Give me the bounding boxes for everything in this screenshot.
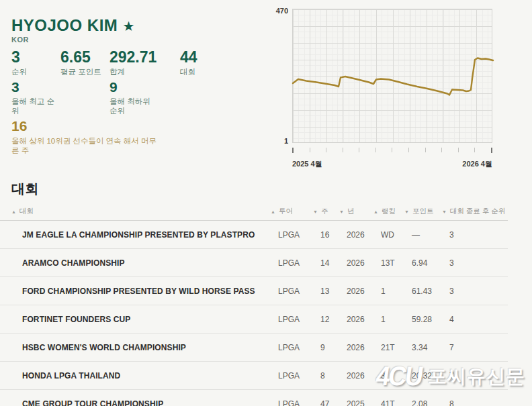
stat-label: 올해 최고 순위 xyxy=(11,97,60,115)
cell-points: 6.94 xyxy=(404,258,442,268)
x-axis-tick xyxy=(392,148,392,152)
cell-rank: 13T xyxy=(373,258,404,268)
cell-year: 2026 xyxy=(339,343,373,352)
sort-desc-icon: ▼ xyxy=(339,209,344,214)
cell-rank: 3 xyxy=(373,371,404,380)
table-row: CME GROUP TOUR CHAMPIONSHIPLPGA47202541T… xyxy=(0,390,508,406)
cell-rank-after-event: 3 xyxy=(442,287,508,296)
stat-value: 3 xyxy=(11,80,109,95)
x-axis-tick xyxy=(359,148,359,152)
cell-year: 2026 xyxy=(339,315,373,324)
summary-stat-3: 44대회 xyxy=(180,49,197,77)
column-header-label: 투어 xyxy=(279,207,293,216)
year-stats-row: 3올해 최고 순위9올해 최하위 순위 xyxy=(11,80,158,115)
stat-label: 평균 포인트 xyxy=(60,67,109,77)
tournaments-heading: 대회 xyxy=(11,180,508,198)
stat-value: 44 xyxy=(180,49,197,65)
player-ranking-page: HYOJOO KIM ★ KOR 3순위6.65평균 포인트292.71합계44… xyxy=(0,0,532,406)
streak-value: 16 xyxy=(11,119,158,134)
x-axis-tick xyxy=(491,148,492,153)
cell-week: 47 xyxy=(313,399,339,406)
stat-label: 대회 xyxy=(180,67,197,77)
cell-points: 20.32 xyxy=(404,371,442,380)
column-header-label: 대회 종료 후 순위 xyxy=(450,207,505,216)
tournaments-table: ▲대회▲투어▼주▼년▲랭킹▼포인트▼대회 종료 후 순위 JM EAGLE LA… xyxy=(0,203,508,406)
sort-asc-icon: ▲ xyxy=(11,209,16,214)
cell-tour: LPGA xyxy=(271,315,313,324)
x-axis-tick xyxy=(408,148,409,152)
cell-points: 2.08 xyxy=(404,399,442,406)
x-axis-tick xyxy=(425,148,426,152)
cell-week: 13 xyxy=(313,287,339,296)
x-axis-end-label: 2026 4월 xyxy=(462,159,492,169)
table-row: ARAMCO CHAMPIONSHIPLPGA14202613T6.943 xyxy=(0,249,508,277)
star-icon: ★ xyxy=(123,19,135,34)
column-header-3[interactable]: ▼년 xyxy=(339,207,373,216)
stat-label: 순위 xyxy=(11,67,60,77)
cell-rank-after-event: 7 xyxy=(442,343,508,352)
column-header-0[interactable]: ▲대회 xyxy=(0,207,271,216)
stat-value: 6.65 xyxy=(60,49,109,65)
stat-label: 올해 최하위 순위 xyxy=(109,97,158,115)
cell-rank: 21T xyxy=(373,343,404,352)
cell-week: 9 xyxy=(313,343,339,352)
table-row: FORTINET FOUNDERS CUPLPGA122026159.284 xyxy=(0,305,508,334)
streak-stat: 16 올해 상위 10위권 선수들이 연속 해서 머무른 주 xyxy=(11,119,158,156)
column-header-label: 대회 xyxy=(19,207,34,216)
table-row: FORD CHAMPIONSHIP PRESENTED BY WILD HORS… xyxy=(0,277,508,305)
player-name: HYOJOO KIM xyxy=(11,16,118,34)
table-body: JM EAGLE LA CHAMPIONSHIP PRESENTED BY PL… xyxy=(0,221,508,406)
cell-rank-after-event: 4 xyxy=(442,315,508,324)
tournaments-section: 대회 ▲대회▲투어▼주▼년▲랭킹▼포인트▼대회 종료 후 순위 JM EAGLE… xyxy=(0,180,508,406)
cell-tournament: CME GROUP TOUR CHAMPIONSHIP xyxy=(0,399,271,406)
cell-tour: LPGA xyxy=(271,258,313,268)
summary-stat-0: 3순위 xyxy=(11,49,60,77)
table-row: JM EAGLE LA CHAMPIONSHIP PRESENTED BY PL… xyxy=(0,221,508,249)
ranking-line xyxy=(293,9,493,144)
cell-tour: LPGA xyxy=(271,399,313,406)
x-axis-ticks xyxy=(292,148,492,153)
year-stat-0: 3올해 최고 순위 xyxy=(11,80,109,115)
x-axis-tick xyxy=(326,148,326,152)
ranking-history-chart: 470 1 2025 4월 2026 4월 xyxy=(271,4,499,173)
cell-points: 3.34 xyxy=(404,343,442,352)
summary-stat-2: 292.71합계 xyxy=(109,49,180,77)
year-stat-1: 9올해 최하위 순위 xyxy=(109,80,158,115)
x-axis-tick xyxy=(375,148,376,152)
player-country: KOR xyxy=(11,36,29,44)
cell-tour: LPGA xyxy=(271,230,313,240)
cell-rank-after-event: 3 xyxy=(442,258,508,268)
cell-tournament: HONDA LPGA THAILAND xyxy=(0,371,271,380)
x-axis-tick xyxy=(310,148,310,152)
cell-week: 12 xyxy=(313,315,339,324)
stat-label: 합계 xyxy=(109,67,180,77)
column-header-label: 주 xyxy=(321,207,328,216)
cell-tour: LPGA xyxy=(271,371,313,380)
cell-rank-after-event: 8 xyxy=(442,399,508,406)
column-header-6[interactable]: ▼대회 종료 후 순위 xyxy=(442,207,508,216)
cell-year: 2026 xyxy=(339,258,373,268)
cell-points: 59.28 xyxy=(404,315,442,324)
cell-rank: 1 xyxy=(373,315,404,324)
column-header-4[interactable]: ▲랭킹 xyxy=(373,207,404,216)
summary-stats-row: 3순위6.65평균 포인트292.71합계44대회 xyxy=(11,49,197,77)
summary-stat-1: 6.65평균 포인트 xyxy=(60,49,109,77)
cell-week: 14 xyxy=(313,258,339,268)
page-title: HYOJOO KIM ★ xyxy=(11,16,135,35)
x-axis-tick xyxy=(292,148,294,153)
column-header-1[interactable]: ▲투어 xyxy=(271,207,313,216)
x-axis-labels: 2025 4월 2026 4월 xyxy=(292,159,492,169)
stat-value: 3 xyxy=(11,49,60,65)
sort-desc-icon: ▼ xyxy=(442,209,447,214)
column-header-label: 포인트 xyxy=(412,207,434,216)
x-axis-tick xyxy=(474,148,475,152)
column-header-label: 랭킹 xyxy=(382,207,396,216)
sort-desc-icon: ▼ xyxy=(313,209,318,214)
column-header-label: 년 xyxy=(347,207,355,216)
column-header-5[interactable]: ▼포인트 xyxy=(404,207,442,216)
cell-tournament: FORD CHAMPIONSHIP PRESENTED BY WILD HORS… xyxy=(0,287,271,296)
x-axis-tick xyxy=(458,148,459,152)
streak-label: 올해 상위 10위권 선수들이 연속 해서 머무른 주 xyxy=(11,136,158,156)
cell-rank-after-event: 7 xyxy=(442,371,508,380)
column-header-2[interactable]: ▼주 xyxy=(313,207,339,216)
